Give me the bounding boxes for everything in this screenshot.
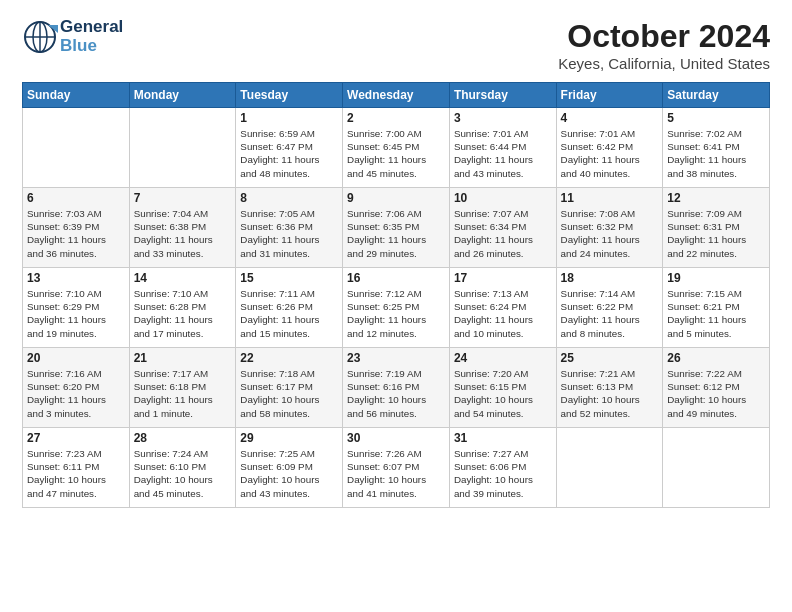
day-number: 24: [454, 351, 552, 365]
calendar-cell: 18Sunrise: 7:14 AMSunset: 6:22 PMDayligh…: [556, 268, 663, 348]
day-number: 13: [27, 271, 125, 285]
day-number: 27: [27, 431, 125, 445]
calendar-week-1: 1Sunrise: 6:59 AMSunset: 6:47 PMDaylight…: [23, 108, 770, 188]
day-number: 5: [667, 111, 765, 125]
day-number: 28: [134, 431, 232, 445]
day-info: Sunrise: 7:10 AMSunset: 6:28 PMDaylight:…: [134, 287, 232, 340]
calendar-cell: 21Sunrise: 7:17 AMSunset: 6:18 PMDayligh…: [129, 348, 236, 428]
calendar-cell: 17Sunrise: 7:13 AMSunset: 6:24 PMDayligh…: [449, 268, 556, 348]
calendar-cell: [23, 108, 130, 188]
calendar-cell: 27Sunrise: 7:23 AMSunset: 6:11 PMDayligh…: [23, 428, 130, 508]
day-number: 8: [240, 191, 338, 205]
day-number: 16: [347, 271, 445, 285]
col-wednesday: Wednesday: [343, 83, 450, 108]
day-info: Sunrise: 7:16 AMSunset: 6:20 PMDaylight:…: [27, 367, 125, 420]
calendar-cell: 30Sunrise: 7:26 AMSunset: 6:07 PMDayligh…: [343, 428, 450, 508]
col-monday: Monday: [129, 83, 236, 108]
calendar-cell: 5Sunrise: 7:02 AMSunset: 6:41 PMDaylight…: [663, 108, 770, 188]
day-info: Sunrise: 6:59 AMSunset: 6:47 PMDaylight:…: [240, 127, 338, 180]
calendar-cell: 25Sunrise: 7:21 AMSunset: 6:13 PMDayligh…: [556, 348, 663, 428]
calendar-cell: 9Sunrise: 7:06 AMSunset: 6:35 PMDaylight…: [343, 188, 450, 268]
calendar-cell: [663, 428, 770, 508]
calendar-cell: 15Sunrise: 7:11 AMSunset: 6:26 PMDayligh…: [236, 268, 343, 348]
calendar-cell: 24Sunrise: 7:20 AMSunset: 6:15 PMDayligh…: [449, 348, 556, 428]
day-number: 30: [347, 431, 445, 445]
day-info: Sunrise: 7:07 AMSunset: 6:34 PMDaylight:…: [454, 207, 552, 260]
day-number: 21: [134, 351, 232, 365]
calendar-week-2: 6Sunrise: 7:03 AMSunset: 6:39 PMDaylight…: [23, 188, 770, 268]
day-info: Sunrise: 7:09 AMSunset: 6:31 PMDaylight:…: [667, 207, 765, 260]
calendar-cell: 4Sunrise: 7:01 AMSunset: 6:42 PMDaylight…: [556, 108, 663, 188]
calendar-subtitle: Keyes, California, United States: [558, 55, 770, 72]
day-number: 4: [561, 111, 659, 125]
calendar-body: 1Sunrise: 6:59 AMSunset: 6:47 PMDaylight…: [23, 108, 770, 508]
day-info: Sunrise: 7:17 AMSunset: 6:18 PMDaylight:…: [134, 367, 232, 420]
calendar-cell: 20Sunrise: 7:16 AMSunset: 6:20 PMDayligh…: [23, 348, 130, 428]
day-number: 19: [667, 271, 765, 285]
header: General Blue October 2024 Keyes, Califor…: [22, 18, 770, 72]
day-info: Sunrise: 7:00 AMSunset: 6:45 PMDaylight:…: [347, 127, 445, 180]
day-number: 6: [27, 191, 125, 205]
day-info: Sunrise: 7:22 AMSunset: 6:12 PMDaylight:…: [667, 367, 765, 420]
day-number: 11: [561, 191, 659, 205]
calendar-cell: 12Sunrise: 7:09 AMSunset: 6:31 PMDayligh…: [663, 188, 770, 268]
day-info: Sunrise: 7:01 AMSunset: 6:42 PMDaylight:…: [561, 127, 659, 180]
calendar-cell: 3Sunrise: 7:01 AMSunset: 6:44 PMDaylight…: [449, 108, 556, 188]
day-number: 9: [347, 191, 445, 205]
day-info: Sunrise: 7:08 AMSunset: 6:32 PMDaylight:…: [561, 207, 659, 260]
day-info: Sunrise: 7:25 AMSunset: 6:09 PMDaylight:…: [240, 447, 338, 500]
calendar-cell: 26Sunrise: 7:22 AMSunset: 6:12 PMDayligh…: [663, 348, 770, 428]
calendar-cell: 8Sunrise: 7:05 AMSunset: 6:36 PMDaylight…: [236, 188, 343, 268]
day-info: Sunrise: 7:21 AMSunset: 6:13 PMDaylight:…: [561, 367, 659, 420]
day-number: 15: [240, 271, 338, 285]
day-number: 12: [667, 191, 765, 205]
calendar-cell: 28Sunrise: 7:24 AMSunset: 6:10 PMDayligh…: [129, 428, 236, 508]
day-number: 14: [134, 271, 232, 285]
calendar-cell: 6Sunrise: 7:03 AMSunset: 6:39 PMDaylight…: [23, 188, 130, 268]
day-number: 31: [454, 431, 552, 445]
logo-blue-text: Blue: [60, 37, 123, 56]
col-tuesday: Tuesday: [236, 83, 343, 108]
page: General Blue October 2024 Keyes, Califor…: [0, 0, 792, 612]
day-number: 17: [454, 271, 552, 285]
calendar-cell: 10Sunrise: 7:07 AMSunset: 6:34 PMDayligh…: [449, 188, 556, 268]
calendar-header-row: Sunday Monday Tuesday Wednesday Thursday…: [23, 83, 770, 108]
calendar-cell: 11Sunrise: 7:08 AMSunset: 6:32 PMDayligh…: [556, 188, 663, 268]
logo: General Blue: [22, 18, 123, 55]
calendar-cell: 22Sunrise: 7:18 AMSunset: 6:17 PMDayligh…: [236, 348, 343, 428]
day-info: Sunrise: 7:26 AMSunset: 6:07 PMDaylight:…: [347, 447, 445, 500]
calendar-cell: 1Sunrise: 6:59 AMSunset: 6:47 PMDaylight…: [236, 108, 343, 188]
col-thursday: Thursday: [449, 83, 556, 108]
day-info: Sunrise: 7:10 AMSunset: 6:29 PMDaylight:…: [27, 287, 125, 340]
day-info: Sunrise: 7:12 AMSunset: 6:25 PMDaylight:…: [347, 287, 445, 340]
day-info: Sunrise: 7:04 AMSunset: 6:38 PMDaylight:…: [134, 207, 232, 260]
calendar-cell: 14Sunrise: 7:10 AMSunset: 6:28 PMDayligh…: [129, 268, 236, 348]
day-number: 22: [240, 351, 338, 365]
day-number: 18: [561, 271, 659, 285]
day-info: Sunrise: 7:11 AMSunset: 6:26 PMDaylight:…: [240, 287, 338, 340]
day-info: Sunrise: 7:05 AMSunset: 6:36 PMDaylight:…: [240, 207, 338, 260]
day-info: Sunrise: 7:27 AMSunset: 6:06 PMDaylight:…: [454, 447, 552, 500]
calendar-cell: 2Sunrise: 7:00 AMSunset: 6:45 PMDaylight…: [343, 108, 450, 188]
calendar-cell: 13Sunrise: 7:10 AMSunset: 6:29 PMDayligh…: [23, 268, 130, 348]
calendar-cell: 29Sunrise: 7:25 AMSunset: 6:09 PMDayligh…: [236, 428, 343, 508]
day-number: 25: [561, 351, 659, 365]
calendar-cell: 23Sunrise: 7:19 AMSunset: 6:16 PMDayligh…: [343, 348, 450, 428]
day-info: Sunrise: 7:03 AMSunset: 6:39 PMDaylight:…: [27, 207, 125, 260]
logo-general-text: General: [60, 18, 123, 37]
calendar-week-5: 27Sunrise: 7:23 AMSunset: 6:11 PMDayligh…: [23, 428, 770, 508]
calendar-cell: 31Sunrise: 7:27 AMSunset: 6:06 PMDayligh…: [449, 428, 556, 508]
day-info: Sunrise: 7:13 AMSunset: 6:24 PMDaylight:…: [454, 287, 552, 340]
calendar-cell: [129, 108, 236, 188]
day-info: Sunrise: 7:01 AMSunset: 6:44 PMDaylight:…: [454, 127, 552, 180]
day-number: 29: [240, 431, 338, 445]
day-info: Sunrise: 7:14 AMSunset: 6:22 PMDaylight:…: [561, 287, 659, 340]
calendar-cell: 16Sunrise: 7:12 AMSunset: 6:25 PMDayligh…: [343, 268, 450, 348]
day-number: 20: [27, 351, 125, 365]
day-number: 10: [454, 191, 552, 205]
day-info: Sunrise: 7:24 AMSunset: 6:10 PMDaylight:…: [134, 447, 232, 500]
calendar-title: October 2024: [558, 18, 770, 55]
day-info: Sunrise: 7:02 AMSunset: 6:41 PMDaylight:…: [667, 127, 765, 180]
calendar-week-4: 20Sunrise: 7:16 AMSunset: 6:20 PMDayligh…: [23, 348, 770, 428]
calendar-table: Sunday Monday Tuesday Wednesday Thursday…: [22, 82, 770, 508]
